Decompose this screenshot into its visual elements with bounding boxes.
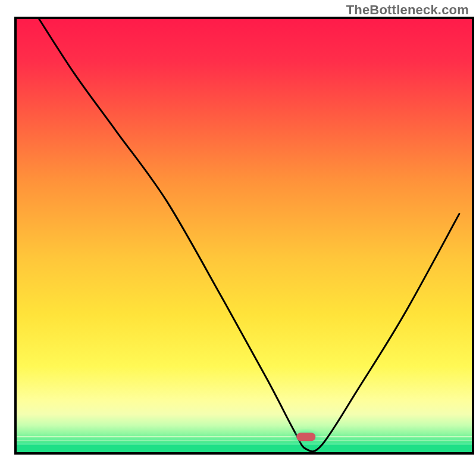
optimal-point-marker xyxy=(289,428,322,445)
chart-frame: TheBottleneck.com xyxy=(0,0,476,476)
heat-gradient-area xyxy=(15,18,473,453)
bottleneck-chart xyxy=(0,0,476,476)
watermark-label: TheBottleneck.com xyxy=(346,2,469,18)
marker-pill xyxy=(296,433,315,441)
green-baseline xyxy=(15,445,473,453)
